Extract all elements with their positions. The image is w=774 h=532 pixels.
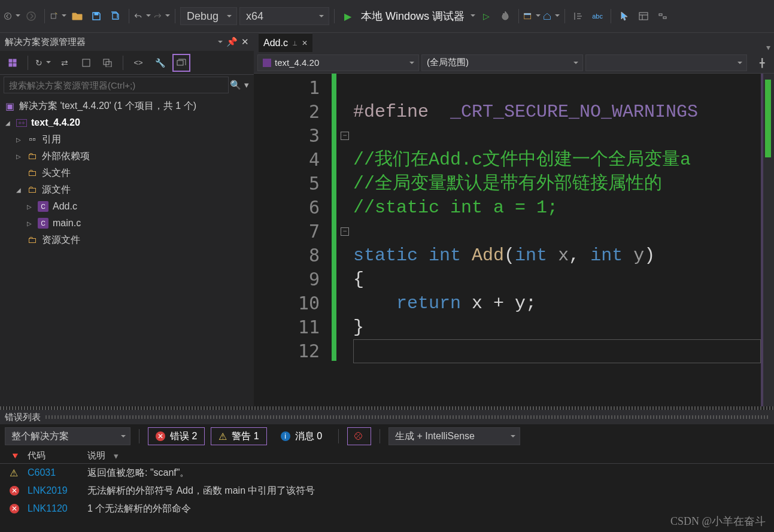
tab-overflow-icon[interactable]: ▾ <box>766 42 774 52</box>
save-all-icon[interactable] <box>107 8 124 25</box>
filter-clear-icon: ⛒ <box>351 431 367 442</box>
separator <box>44 9 45 23</box>
code-editor[interactable]: 12 34 56 78 910 1112 − − #define _CRT_ <box>254 74 774 406</box>
error-list-panel: 错误列表 整个解决方案 ✕ 错误 2 ⚠ 警告 1 i 消息 0 ⛒ 生成 + … <box>0 410 774 530</box>
wrench-icon[interactable]: 🔧 <box>151 54 169 72</box>
sync-icon[interactable]: ⇄ <box>56 54 74 72</box>
cursor-icon[interactable] <box>616 8 633 25</box>
project-dropdown[interactable]: text_4.4.20 <box>257 54 419 71</box>
ext-deps-node[interactable]: 🗀 外部依赖项 <box>0 148 254 165</box>
debugger-label[interactable]: 本地 Windows 调试器 <box>361 9 465 23</box>
more-icon[interactable] <box>654 8 671 25</box>
warning-icon: ⚠ <box>218 431 227 442</box>
headers-node[interactable]: 🗀 头文件 <box>0 165 254 181</box>
separator <box>380 429 380 443</box>
preview-icon[interactable] <box>172 54 190 72</box>
svg-rect-11 <box>9 63 12 66</box>
file-main-c[interactable]: C main.c <box>0 215 254 232</box>
scope-dropdown[interactable]: (全局范围) <box>421 54 583 71</box>
code-icon[interactable]: <> <box>129 54 147 72</box>
error-list-header[interactable]: 🔻 代码 说明 ▾ <box>0 448 774 464</box>
error-list-title: 错误列表 <box>0 410 774 424</box>
svg-rect-2 <box>51 14 56 19</box>
close-icon[interactable]: ✕ <box>241 37 249 47</box>
refresh-icon[interactable]: ↻ <box>34 54 52 72</box>
config-dropdown[interactable]: Debug <box>180 7 237 25</box>
split-icon[interactable]: ╋ <box>754 54 770 71</box>
pin-icon[interactable]: ⟂ <box>293 39 297 47</box>
save-icon[interactable] <box>88 8 105 25</box>
solution-explorer: 解决方案资源管理器 📌 ✕ ↻ ⇄ <> 🔧 🔍 ▾ ▣ <box>0 33 254 406</box>
start-debug-button[interactable]: ▶ <box>339 8 356 25</box>
error-list-toolbar: 整个解决方案 ✕ 错误 2 ⚠ 警告 1 i 消息 0 ⛒ 生成 + Intel… <box>0 424 774 448</box>
error-row[interactable]: ✕LNK2019无法解析的外部符号 Add，函数 main 中引用了该符号 <box>0 482 774 500</box>
layout-icon[interactable] <box>635 8 652 25</box>
start-without-debug-icon[interactable]: ▷ <box>478 8 494 25</box>
solution-root[interactable]: ▣ 解决方案 'text_4.4.20' (1 个项目，共 1 个) <box>0 98 254 114</box>
svg-rect-7 <box>659 14 662 16</box>
svg-rect-3 <box>95 13 98 15</box>
collapse-icon[interactable] <box>77 54 95 72</box>
solution-tree[interactable]: ▣ 解决方案 'text_4.4.20' (1 个项目，共 1 个) ++ te… <box>0 95 254 406</box>
error-row[interactable]: ✕LNK11201 个无法解析的外部命令 <box>0 500 774 518</box>
filter-icon[interactable]: 🔻 <box>10 451 22 461</box>
warnings-filter-button[interactable]: ⚠ 警告 1 <box>211 427 266 445</box>
project-node[interactable]: ++ text_4.4.20 <box>0 114 254 131</box>
nav-back-icon[interactable] <box>4 8 20 25</box>
solution-search-row: 🔍 ▾ <box>0 75 254 95</box>
separator <box>139 429 139 443</box>
sources-node[interactable]: 🗀 源文件 <box>0 181 254 198</box>
resources-node[interactable]: 🗀 资源文件 <box>0 232 254 248</box>
fold-column[interactable]: − − <box>336 74 353 406</box>
separator <box>334 9 335 23</box>
pin-icon[interactable]: 📌 <box>226 37 238 47</box>
step-icon[interactable] <box>570 8 587 25</box>
undo-icon[interactable] <box>134 8 151 25</box>
svg-rect-6 <box>639 13 648 20</box>
current-line-highlight <box>353 339 761 363</box>
platform-dropdown[interactable]: x64 <box>239 7 329 25</box>
change-indicator <box>332 74 336 406</box>
svg-rect-16 <box>177 60 183 65</box>
source-dropdown[interactable]: 生成 + IntelliSense <box>388 427 520 445</box>
solution-explorer-toolbar: ↻ ⇄ <> 🔧 <box>0 51 254 75</box>
redo-icon[interactable] <box>153 8 170 25</box>
separator <box>611 9 611 23</box>
separator <box>129 9 129 23</box>
debugger-dropdown-icon[interactable] <box>471 11 475 21</box>
search-icon[interactable]: 🔍 ▾ <box>229 80 250 90</box>
code-text[interactable]: #define _CRT_SECURE_NO_WARNINGS //我们在Add… <box>353 74 761 406</box>
hot-reload-icon[interactable] <box>497 8 514 25</box>
error-row[interactable]: ⚠C6031返回值被忽略: "scanf"。 <box>0 464 774 482</box>
separator <box>123 56 123 70</box>
messages-filter-button[interactable]: i 消息 0 <box>273 427 330 445</box>
errors-filter-button[interactable]: ✕ 错误 2 <box>148 427 205 445</box>
show-all-icon[interactable] <box>99 54 117 72</box>
vertical-scrollbar[interactable] <box>763 74 774 406</box>
solution-search-input[interactable] <box>4 77 229 93</box>
home-icon[interactable] <box>4 54 22 72</box>
clear-filter-button[interactable]: ⛒ <box>347 427 371 445</box>
browser-icon[interactable] <box>524 8 541 25</box>
new-item-icon[interactable] <box>50 8 66 25</box>
member-dropdown[interactable] <box>585 54 747 71</box>
highlight-icon[interactable]: abc <box>589 8 606 25</box>
editor-navbar: text_4.4.20 (全局范围) ╋ <box>254 52 774 74</box>
separator <box>564 9 565 23</box>
scope-dropdown[interactable]: 整个解决方案 <box>5 427 130 445</box>
dropdown-icon[interactable] <box>218 37 223 47</box>
separator <box>338 429 339 443</box>
sort-icon[interactable]: ▾ <box>114 451 119 461</box>
open-folder-icon[interactable] <box>69 8 86 25</box>
file-add-c[interactable]: C Add.c <box>0 198 254 215</box>
error-list-rows[interactable]: ⚠C6031返回值被忽略: "scanf"。✕LNK2019无法解析的外部符号 … <box>0 464 774 530</box>
svg-rect-9 <box>9 59 12 62</box>
editor-tab-add-c[interactable]: Add.c ⟂ ✕ <box>259 33 312 52</box>
nav-forward-icon[interactable] <box>23 8 40 25</box>
line-number-gutter: 12 34 56 78 910 1112 <box>254 74 332 406</box>
refs-node[interactable]: ▫▫ 引用 <box>0 131 254 148</box>
separator <box>28 56 28 70</box>
svg-rect-8 <box>663 17 666 19</box>
close-icon[interactable]: ✕ <box>302 39 308 47</box>
home-icon[interactable] <box>543 8 560 25</box>
